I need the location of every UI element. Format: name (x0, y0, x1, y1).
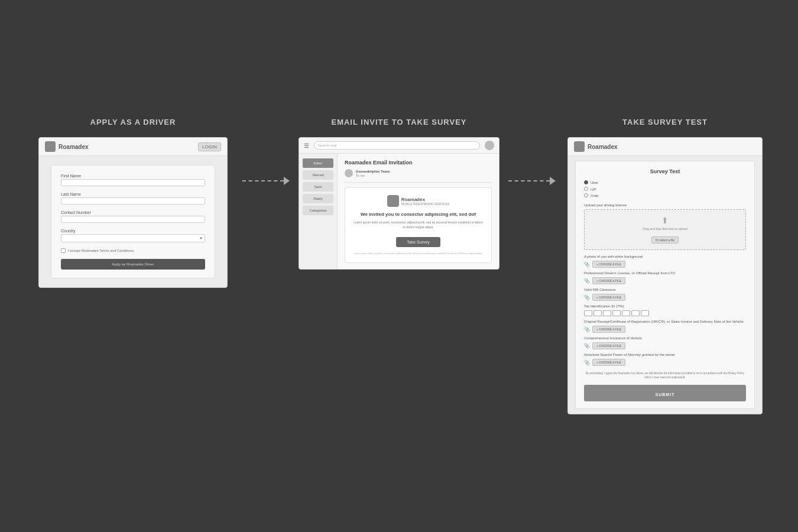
last-name-input[interactable] (61, 197, 205, 205)
chevron-down-icon: ▼ (199, 236, 203, 240)
screen-2: ☰ Search mail Inbox Starred Sent (299, 137, 499, 270)
section-label-4: Original Receipt/Certificate of Registra… (584, 320, 746, 323)
final-submit-button[interactable]: SUBMIT (584, 385, 746, 401)
country-field: Country ▼ (61, 229, 205, 242)
first-name-field: First Name (61, 174, 205, 186)
file-upload-row-0: 📎 + CHOOSE A FILE (584, 261, 746, 268)
country-label: Country (61, 229, 205, 233)
contact-input[interactable] (61, 216, 205, 223)
first-name-label: First Name (61, 174, 205, 178)
roamadex-logo-text-1: Roamadex (59, 144, 89, 150)
choose-file-btn-0[interactable]: + CHOOSE A FILE (592, 261, 625, 268)
email-brand-name: Roamadex (401, 197, 450, 202)
sidebar-item-reply[interactable]: Reply (303, 194, 333, 203)
sidebar-item-starred[interactable]: Starred (303, 170, 333, 180)
tin-box-7[interactable] (641, 310, 649, 316)
roamadex-logo-icon-1 (45, 141, 56, 152)
choose-file-btn-5[interactable]: + CHOOSE A FILE (592, 342, 625, 349)
file-upload-row-5: 📎 + CHOOSE A FILE (584, 342, 746, 349)
dashed-arrow-2 (508, 177, 556, 185)
roamadex-logo-icon-3 (574, 141, 585, 152)
driving-license-upload-section: Upload your driving license ⬆ Drag and d… (584, 203, 746, 250)
sidebar-item-inbox[interactable]: Inbox (303, 158, 333, 168)
logo-area-3: Roamadex (574, 141, 618, 152)
roamadex-logo-text-3: Roamadex (588, 144, 618, 150)
tin-box-5[interactable] (622, 310, 630, 316)
screen-3: Roamadex Survey Test Uber Lyft (567, 137, 763, 414)
main-container: APPLY AS A DRIVER Roamadex LOGIN First N… (0, 106, 798, 426)
radio-uber[interactable] (584, 180, 588, 184)
choose-file-btn-1[interactable]: + CHOOSE A FILE (592, 277, 625, 284)
radio-option-grab[interactable]: Grab (584, 193, 746, 197)
contact-label: Contact Number (61, 210, 205, 215)
email-divider (345, 182, 492, 183)
email-body-text: Lorem ipsum dolor sit amet, consectetur … (352, 220, 484, 229)
email-content: Roamadex Email Invitation Goosedolphin T… (338, 154, 499, 269)
apply-submit-label: Apply as Roamadex Driver (112, 262, 154, 266)
step-1-section: APPLY AS A DRIVER Roamadex LOGIN First N… (24, 118, 242, 288)
email-title: Roamadex Email Invitation (345, 160, 492, 166)
email-roamadex-logo-icon (387, 195, 399, 207)
choose-file-btn-6[interactable]: + CHOOSE A FILE (592, 359, 625, 366)
sidebar-item-sent[interactable]: Sent (303, 182, 333, 192)
arrow-head-2 (550, 177, 556, 185)
upload-dropzone[interactable]: ⬆ Drag and drop files here to upload Or … (584, 209, 746, 250)
apply-form-card: First Name Last Name Contact Number Coun… (51, 165, 215, 278)
sender-info: Goosedolphin Team To: me (356, 170, 390, 177)
arrow-1 (242, 177, 290, 185)
hamburger-icon[interactable]: ☰ (304, 142, 309, 149)
file-icon-5: 📎 (584, 343, 590, 349)
apply-submit-button[interactable]: Apply as Roamadex Driver (61, 259, 205, 270)
tin-box-2[interactable] (593, 310, 602, 316)
screen-2-top: ☰ Search mail (299, 138, 499, 154)
last-name-label: Last Name (61, 192, 205, 196)
tin-box-3[interactable] (603, 310, 611, 316)
first-name-input[interactable] (61, 179, 205, 186)
email-brand-sub: MOBILE RIDESHARING SERVICES (401, 202, 450, 206)
tin-box-6[interactable] (631, 310, 640, 316)
terms-checkbox[interactable] (61, 248, 66, 253)
sidebar-sent-label: Sent (314, 185, 322, 189)
file-upload-row-2: 📎 + CHOOSE A FILE (584, 294, 746, 301)
tin-box-1[interactable] (584, 310, 592, 316)
file-icon-2: 📎 (584, 295, 590, 300)
radio-option-lyft[interactable]: Lyft (584, 187, 746, 191)
radio-lyft[interactable] (584, 187, 588, 191)
step-1-title: APPLY AS A DRIVER (90, 118, 176, 126)
sidebar-starred-label: Starred (312, 173, 324, 177)
step-2-section: EMAIL INVITE TO TAKE SURVEY ☰ Search mai… (290, 118, 508, 270)
radio-option-uber[interactable]: Uber (584, 180, 746, 184)
file-upload-row-4: 📎 + CHOOSE A FILE (584, 326, 746, 333)
screen-3-body: Survey Test Uber Lyft Grab Upload (568, 156, 762, 414)
email-body-card: Roamadex MOBILE RIDESHARING SERVICES We … (345, 187, 492, 263)
arrow-head-1 (284, 177, 290, 185)
survey-title: Survey Test (584, 168, 746, 174)
radio-grab-label: Grab (591, 194, 598, 197)
upload-section-label: Upload your driving license (584, 203, 746, 207)
sidebar-item-categories[interactable]: Categories (303, 206, 333, 215)
radio-grab[interactable] (584, 193, 588, 197)
sender-to: To: me (356, 174, 390, 177)
take-survey-button[interactable]: Take Survey (396, 237, 440, 247)
tin-box-4[interactable] (612, 310, 621, 316)
choose-file-btn-4[interactable]: + CHOOSE A FILE (592, 326, 625, 333)
search-bar[interactable]: Search mail (314, 141, 480, 150)
email-logo-area: Roamadex MOBILE RIDESHARING SERVICES (352, 195, 484, 207)
sidebar-inbox-label: Inbox (314, 161, 323, 165)
survey-card: Survey Test Uber Lyft Grab Upload (575, 161, 755, 409)
tin-input-grid (584, 310, 746, 316)
file-upload-row-1: 📎 + CHOOSE A FILE (584, 277, 746, 284)
select-file-button[interactable]: Or select a file (651, 236, 679, 244)
contact-field: Contact Number (61, 210, 205, 223)
step-3-section: TAKE SURVEY TEST Roamadex Survey Test Ub… (556, 118, 774, 414)
country-select[interactable]: ▼ (61, 234, 205, 242)
user-avatar[interactable] (485, 141, 494, 150)
email-body-title: We invited you to consectur adipiscing e… (352, 212, 484, 217)
screen-2-content: Inbox Starred Sent Reply Categories (299, 154, 499, 269)
login-button[interactable]: LOGIN (198, 142, 221, 151)
choose-file-btn-2[interactable]: + CHOOSE A FILE (592, 294, 625, 301)
last-name-field: Last Name (61, 192, 205, 205)
logo-area-1: Roamadex (45, 141, 89, 152)
dashed-line-1 (242, 180, 284, 181)
email-logo-text-block: Roamadex MOBILE RIDESHARING SERVICES (401, 197, 450, 206)
